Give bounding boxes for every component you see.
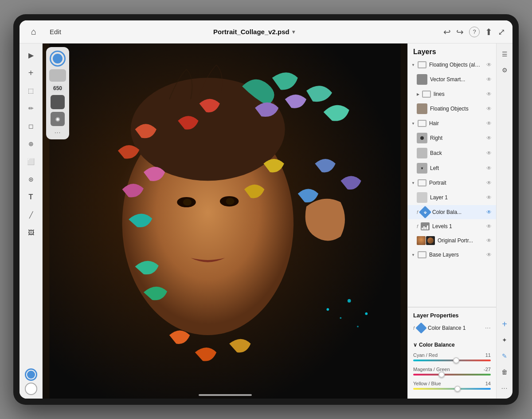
select-tool[interactable]: ▶ bbox=[23, 47, 39, 63]
mag-green-labels: Magenta / Green -27 bbox=[413, 367, 491, 372]
visibility-icon[interactable]: 👁 bbox=[485, 237, 493, 244]
add-tool[interactable]: + bbox=[23, 65, 39, 81]
layer-levels1[interactable]: f Levels 1 👁 bbox=[408, 219, 496, 233]
layer-back[interactable]: Back 👁 bbox=[408, 146, 496, 161]
share-button[interactable]: ⬆ bbox=[485, 27, 493, 37]
more-options-btn[interactable]: ··· bbox=[498, 382, 511, 394]
layer-original-portrait[interactable]: Original Portr... 👁 bbox=[408, 233, 496, 248]
fx-badge: f bbox=[417, 210, 418, 215]
layer-portrait-group[interactable]: ▼ Portrait 👁 bbox=[408, 176, 496, 190]
title-dropdown-icon[interactable]: ▾ bbox=[292, 29, 295, 35]
clone-tool[interactable]: ⊕ bbox=[23, 136, 39, 152]
fx-badge: f bbox=[417, 224, 418, 229]
stamp-tool[interactable]: ◉ bbox=[51, 112, 65, 126]
marquee-tool[interactable]: ⬚ bbox=[23, 83, 39, 99]
visibility-icon[interactable]: 👁 bbox=[485, 179, 493, 186]
canvas-artwork bbox=[43, 43, 407, 399]
magic-btn[interactable]: ✦ bbox=[498, 334, 511, 346]
brush-preview bbox=[49, 69, 66, 82]
layer-left[interactable]: ▼ Left 👁 bbox=[408, 161, 496, 176]
visibility-icon[interactable]: 👁 bbox=[485, 194, 493, 201]
layer-floating-objects[interactable]: Floating Objects 👁 bbox=[408, 101, 496, 116]
layer-name: Hair bbox=[429, 120, 483, 126]
color-swatch[interactable] bbox=[51, 95, 65, 109]
layers-icon-btn[interactable]: ☰ bbox=[498, 48, 511, 60]
layer-floating-objects-group[interactable]: ▼ Floating Objects (alway... 👁 bbox=[408, 58, 496, 72]
undo-button[interactable]: ↩ bbox=[443, 27, 451, 37]
visibility-icon[interactable]: 👁 bbox=[485, 91, 493, 98]
tablet-screen: ⌂ Edit Portrait_Collage_v2.psd ▾ ↩ ↪ ? ⬆… bbox=[20, 20, 512, 399]
expand-button[interactable]: ⤢ bbox=[498, 27, 505, 37]
cyan-red-thumb[interactable] bbox=[453, 357, 459, 364]
svg-point-11 bbox=[365, 312, 368, 315]
layer-base-layers-group[interactable]: ▼ Base Layers 👁 bbox=[408, 248, 496, 262]
brush-panel: 650 ◉ ··· bbox=[46, 47, 69, 139]
layer-name: Levels 1 bbox=[432, 223, 483, 229]
eraser-tool[interactable]: ◻ bbox=[23, 118, 39, 134]
transform-tool[interactable]: ⬜ bbox=[23, 154, 39, 170]
healing-tool[interactable]: ⊛ bbox=[23, 171, 39, 187]
svg-point-10 bbox=[357, 326, 359, 328]
layer-thumbnail bbox=[417, 133, 427, 143]
visibility-icon[interactable]: 👁 bbox=[485, 209, 493, 216]
layer-hair-group[interactable]: ▼ Hair 👁 bbox=[408, 116, 496, 130]
mag-green-thumb[interactable] bbox=[438, 372, 445, 378]
cyan-red-label: Cyan / Red bbox=[413, 352, 438, 358]
mag-green-slider-row: Magenta / Green -27 bbox=[413, 367, 491, 376]
visibility-icon[interactable]: 👁 bbox=[485, 61, 493, 68]
folder-icon bbox=[418, 251, 426, 258]
layer-thumbnail bbox=[417, 192, 427, 203]
right-panel-container: Layers ▼ Floating Objects (alway... 👁 bbox=[407, 43, 512, 399]
expand-icon: ▼ bbox=[411, 253, 415, 257]
layer-right[interactable]: Right 👁 bbox=[408, 130, 496, 146]
layer-thumbnail bbox=[417, 148, 427, 158]
canvas-area: 650 ◉ ··· bbox=[43, 43, 407, 399]
image-tool[interactable]: 🖼 bbox=[23, 225, 39, 241]
layer-layer1[interactable]: Layer 1 👁 bbox=[408, 190, 496, 205]
adjust-icon-btn[interactable]: ⚙ bbox=[498, 64, 511, 76]
layer-name: Layer 1 bbox=[430, 194, 483, 201]
visibility-icon[interactable]: 👁 bbox=[485, 223, 493, 230]
visibility-icon[interactable]: 👁 bbox=[485, 150, 493, 157]
mag-green-track[interactable] bbox=[413, 374, 491, 376]
layer-properties-title: Layer Properties bbox=[413, 312, 491, 319]
props-more-button[interactable]: ··· bbox=[485, 324, 491, 332]
layers-header: Layers bbox=[408, 43, 496, 58]
expand-icon: ▼ bbox=[411, 122, 415, 126]
visibility-icon[interactable]: 👁 bbox=[485, 134, 493, 142]
more-options[interactable]: ··· bbox=[55, 129, 61, 136]
delete-layer-btn[interactable]: 🗑 bbox=[498, 366, 511, 378]
help-button[interactable]: ? bbox=[469, 27, 480, 37]
main-content: ▶ + ⬚ ✏ ◻ ⊕ ⬜ ⊛ T ╱ 🖼 bbox=[20, 43, 512, 399]
cyan-red-track[interactable] bbox=[413, 360, 491, 361]
svg-point-6 bbox=[226, 198, 234, 205]
background-color[interactable] bbox=[25, 383, 37, 395]
layer-name: Base Layers bbox=[429, 252, 483, 258]
layer-color-balance[interactable]: f ⬙ Color Bala... 👁 bbox=[408, 205, 496, 219]
add-layer-btn[interactable]: + bbox=[498, 318, 511, 330]
layer-name: Vector Smart... bbox=[430, 76, 483, 83]
visibility-icon[interactable]: 👁 bbox=[485, 76, 493, 83]
svg-point-7 bbox=[326, 308, 329, 311]
visibility-icon[interactable]: 👁 bbox=[485, 105, 493, 112]
brush-adj-btn[interactable]: ✎ bbox=[498, 350, 511, 362]
text-tool[interactable]: T bbox=[23, 189, 39, 205]
edit-menu[interactable]: Edit bbox=[46, 26, 65, 37]
collapse-icon[interactable]: ∨ bbox=[413, 342, 417, 348]
layer-name: Floating Objects (alway... bbox=[429, 62, 483, 68]
pen-tool[interactable]: ╱ bbox=[23, 207, 39, 223]
visibility-icon[interactable]: 👁 bbox=[485, 165, 493, 172]
layer-props-item: f Color Balance 1 ··· bbox=[413, 322, 491, 334]
visibility-icon[interactable]: 👁 bbox=[485, 120, 493, 127]
svg-point-9 bbox=[348, 299, 351, 303]
brush-tool[interactable]: ✏ bbox=[23, 100, 39, 116]
foreground-color[interactable] bbox=[25, 368, 37, 381]
mag-green-value: -27 bbox=[484, 367, 491, 372]
visibility-icon[interactable]: 👁 bbox=[485, 251, 493, 258]
redo-button[interactable]: ↪ bbox=[456, 27, 464, 37]
home-button[interactable]: ⌂ bbox=[27, 25, 41, 39]
layer-vector-smart[interactable]: Vector Smart... 👁 bbox=[408, 72, 496, 87]
yel-blue-track[interactable] bbox=[413, 388, 491, 390]
yel-blue-thumb[interactable] bbox=[454, 386, 461, 392]
layer-lines-group[interactable]: ▶ lines 👁 bbox=[408, 87, 496, 101]
